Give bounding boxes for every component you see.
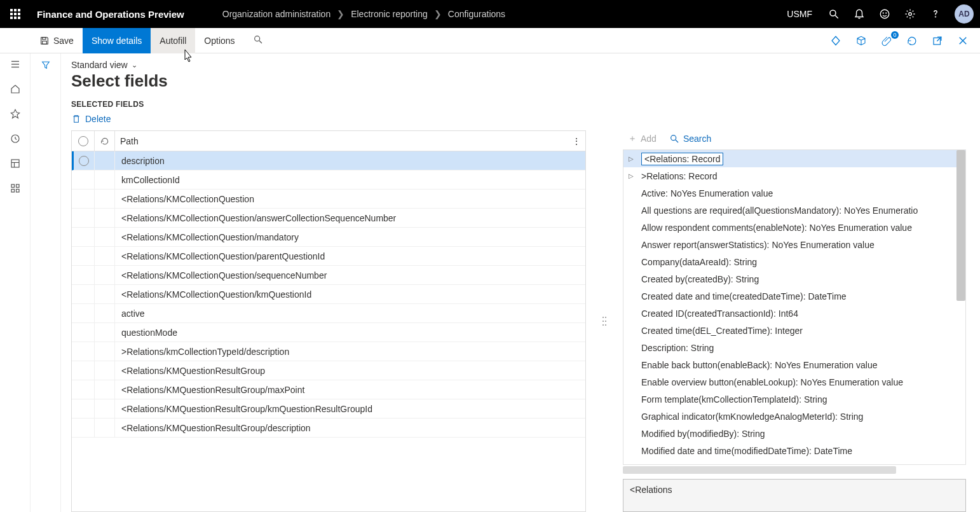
row-checkbox[interactable] [72, 228, 95, 246]
notifications-button[interactable] [847, 0, 872, 28]
page-title: Select fields [71, 71, 970, 91]
autofill-button[interactable]: Autofill [151, 28, 195, 53]
horizontal-scrollbar[interactable] [623, 466, 896, 474]
bell-icon [854, 8, 865, 20]
delete-button[interactable]: Delete [71, 114, 970, 124]
options-button[interactable]: Options [195, 28, 243, 53]
row-checkbox[interactable] [72, 323, 95, 342]
tree-item[interactable]: ▷Enable overview button(enableLookup): N… [623, 373, 965, 391]
row-checkbox[interactable] [72, 170, 95, 189]
table-row[interactable]: <Relations/KMCollectionQuestion/mandator… [72, 228, 585, 247]
tree-item[interactable]: ▷Answer report(answerStatistics): NoYes … [623, 236, 965, 253]
refresh-button[interactable] [902, 35, 922, 46]
table-row[interactable]: <Relations/KMQuestionResultGroup/maxPoin… [72, 380, 585, 399]
tree-scroll[interactable]: ▷<Relations: Record▷>Relations: Record▷A… [623, 150, 965, 464]
table-row[interactable]: <Relations/KMQuestionResultGroup/kmQuest… [72, 399, 585, 419]
body: Standard view ⌄ Select fields SELECTED F… [0, 53, 980, 512]
user-avatar[interactable]: AD [955, 4, 974, 24]
tree-item[interactable]: ▷Created ID(createdTransactionId): Int64 [623, 305, 965, 322]
view-selector[interactable]: Standard view ⌄ [71, 60, 970, 70]
tree-item[interactable]: ▷Modified date and time(modifiedDateTime… [623, 442, 965, 459]
attachments-button[interactable] [877, 35, 896, 46]
breadcrumb-item[interactable]: Organization administration [222, 9, 330, 19]
row-checkbox[interactable] [72, 361, 95, 380]
splitter-handle[interactable] [601, 130, 608, 512]
tree-item[interactable]: ▷Form template(kmCollectionTemplateId): … [623, 391, 965, 408]
table-row[interactable]: <Relations/KMCollectionQuestion/kmQuesti… [72, 285, 585, 304]
tree-item[interactable]: ▷Allow respondent comments(enableNote): … [623, 219, 965, 236]
tree-item[interactable]: ▷Description: String [623, 339, 965, 356]
breadcrumb-item[interactable]: Configurations [448, 9, 505, 19]
table-row[interactable]: <Relations/KMQuestionResultGroup/descrip… [72, 419, 585, 438]
row-checkbox[interactable] [72, 209, 95, 227]
save-label: Save [53, 36, 74, 46]
tree-item[interactable]: ▷>Relations: Record [623, 167, 965, 184]
tree-item[interactable]: ▷Created by(createdBy): String [623, 270, 965, 287]
row-checkbox[interactable] [72, 380, 95, 399]
tree-item[interactable]: ▷Modified ID(modifiedTransactionId): Int… [623, 459, 965, 464]
row-checkbox[interactable] [72, 285, 95, 303]
tree-item[interactable]: ▷All questions are required(allQuestions… [623, 202, 965, 219]
table-row[interactable]: active [72, 304, 585, 323]
expand-icon[interactable]: ▷ [629, 155, 637, 162]
filter-button[interactable] [41, 60, 51, 512]
nav-recent[interactable] [10, 133, 21, 146]
tree-item[interactable]: ▷Modified by(modifiedBy): String [623, 425, 965, 442]
table-row[interactable]: description [72, 151, 585, 170]
help-button[interactable] [923, 0, 948, 28]
breadcrumb-item[interactable]: Electronic reporting [351, 9, 428, 19]
path-input[interactable]: <Relations [623, 479, 966, 512]
row-blank [95, 228, 115, 246]
tree-item[interactable]: ▷Created time(dEL_CreatedTime): Integer [623, 322, 965, 339]
table-row[interactable]: <Relations/KMCollectionQuestion/parentQu… [72, 247, 585, 266]
vertical-scrollbar[interactable] [956, 150, 965, 301]
app-launcher-button[interactable] [0, 0, 31, 28]
table-row[interactable]: <Relations/KMCollectionQuestion/answerCo… [72, 209, 585, 228]
tree-item[interactable]: ▷Active: NoYes Enumeration value [623, 184, 965, 202]
nav-workspaces[interactable] [10, 158, 21, 171]
expand-icon[interactable]: ▷ [629, 172, 637, 179]
tree-item[interactable]: ▷Enable back button(enableBack): NoYes E… [623, 356, 965, 373]
row-path: <Relations/KMQuestionResultGroup/descrip… [115, 423, 585, 433]
show-details-button[interactable]: Show details [83, 28, 151, 53]
table-row[interactable]: questionMode [72, 323, 585, 342]
path-header[interactable]: Path [115, 136, 568, 146]
table-row[interactable]: kmCollectionId [72, 170, 585, 190]
row-checkbox[interactable] [72, 304, 95, 322]
feature-button[interactable] [826, 35, 845, 46]
nav-modules[interactable] [10, 183, 21, 196]
nav-home[interactable] [10, 83, 21, 97]
popout-button[interactable] [928, 35, 947, 46]
office-button[interactable] [852, 35, 871, 46]
save-button[interactable]: Save [31, 28, 83, 53]
tree-item[interactable]: ▷<Relations: Record [623, 150, 965, 167]
table-row[interactable]: <Relations/KMCollectionQuestion [72, 190, 585, 209]
settings-button[interactable] [897, 0, 923, 28]
nav-favorites[interactable] [10, 108, 21, 121]
search-button[interactable] [821, 0, 847, 28]
close-button[interactable] [953, 35, 972, 46]
action-search-button[interactable] [244, 34, 272, 46]
legal-entity[interactable]: USMF [778, 9, 821, 19]
row-checkbox[interactable] [72, 266, 95, 284]
row-checkbox[interactable] [72, 419, 95, 437]
tree-search-button[interactable]: Search [669, 133, 711, 144]
nav-hamburger[interactable] [10, 59, 21, 72]
breadcrumb: Organization administration ❯ Electronic… [197, 9, 505, 19]
table-row[interactable]: <Relations/KMQuestionResultGroup [72, 361, 585, 380]
table-row[interactable]: >Relations/kmCollectionTypeId/descriptio… [72, 342, 585, 361]
tree-item[interactable]: ▷Created date and time(createdDateTime):… [623, 287, 965, 305]
row-checkbox[interactable] [72, 190, 95, 208]
table-row[interactable]: <Relations/KMCollectionQuestion/sequence… [72, 266, 585, 285]
row-checkbox[interactable] [72, 342, 95, 361]
select-all-checkbox[interactable] [72, 131, 95, 151]
row-checkbox[interactable] [74, 151, 95, 170]
tree-item[interactable]: ▷Graphical indicator(kmKnowledgeAnalogMe… [623, 408, 965, 425]
refresh-column-button[interactable] [95, 131, 115, 151]
column-menu-button[interactable]: ⋮ [568, 136, 585, 146]
row-checkbox[interactable] [72, 399, 95, 418]
row-checkbox[interactable] [72, 247, 95, 265]
tree-item[interactable]: ▷Company(dataAreaId): String [623, 253, 965, 270]
add-button[interactable]: ＋ Add [628, 133, 657, 144]
feedback-button[interactable] [872, 0, 897, 28]
